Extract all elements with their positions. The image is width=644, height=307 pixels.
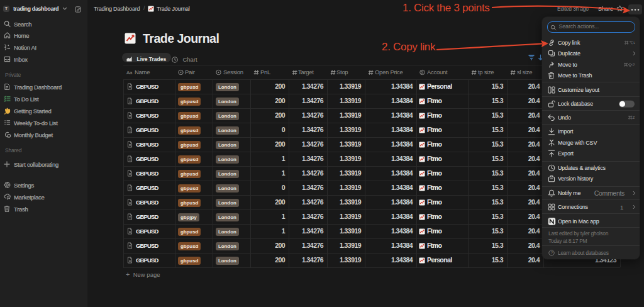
svg-text:L: L bbox=[633, 41, 635, 45]
svg-text:Z: Z bbox=[633, 116, 635, 120]
svg-text:?: ? bbox=[550, 250, 553, 255]
svg-text:P: P bbox=[632, 63, 635, 67]
svg-text:Aa: Aa bbox=[126, 70, 133, 75]
